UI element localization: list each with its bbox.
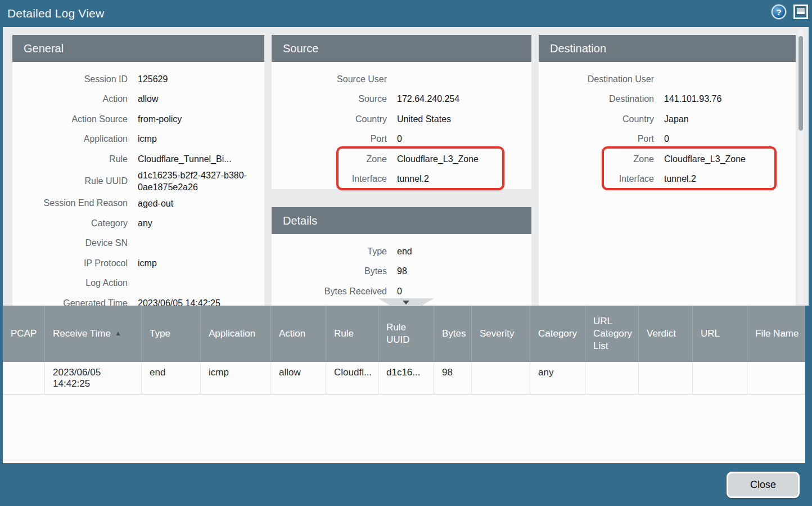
details-panel-header: Details <box>272 207 531 234</box>
cell-rule: Cloudfl... <box>326 362 378 394</box>
column-header-action[interactable]: Action <box>271 306 326 362</box>
field-row-port: Port0 <box>272 129 531 150</box>
field-value: Japan <box>664 113 689 126</box>
log-detail-section: General Session ID125629ActionallowActio… <box>3 27 809 306</box>
destination-panel-body: Destination UserDestination141.101.93.76… <box>539 62 796 306</box>
field-value: 141.101.93.76 <box>664 93 721 105</box>
field-value: Cloudflare_Tunnel_Bi... <box>138 153 232 165</box>
source-panel-title: Source <box>283 42 318 55</box>
cell-category: any <box>530 362 585 394</box>
field-row-rule-uuid: Rule UUIDd1c16235-b2f2-4327-b380-0ae1875… <box>12 169 264 194</box>
field-row-interface: Interfacetunnel.2 <box>272 169 531 190</box>
field-value: icmp <box>138 133 157 145</box>
column-label: Type <box>150 328 170 340</box>
column-header-verdict[interactable]: Verdict <box>639 306 693 362</box>
field-row-type: Typeend <box>272 241 531 262</box>
field-label: Bytes <box>272 266 387 276</box>
log-table-row[interactable]: 2023/06/05 14:42:25endicmpallowCloudfl..… <box>3 362 805 395</box>
field-label: Port <box>539 134 654 144</box>
cell-pcap <box>3 362 45 394</box>
column-header-file-name[interactable]: File Name <box>747 306 805 362</box>
column-label: Rule UUID <box>386 321 429 346</box>
field-label: Log Action <box>12 278 128 288</box>
cell-url-category-list <box>585 362 639 394</box>
general-panel-title: General <box>24 42 64 55</box>
field-label: Type <box>272 247 387 257</box>
field-label: Session ID <box>12 74 128 84</box>
field-row-category: Categoryany <box>12 213 264 234</box>
field-label: Destination <box>539 94 654 104</box>
field-value: d1c16235-b2f2-4327-b380-0ae1875e2a26 <box>138 169 258 194</box>
field-row-generated-time: Generated Time2023/06/05 14:42:25 <box>12 293 264 306</box>
field-value: Cloudflare_L3_Zone <box>664 153 746 165</box>
column-header-rule[interactable]: Rule <box>326 306 378 362</box>
window-restore-inner <box>797 8 805 14</box>
column-header-type[interactable]: Type <box>142 306 201 362</box>
source-panel-header: Source <box>272 35 531 62</box>
column-header-rule-uuid[interactable]: Rule UUID <box>378 306 434 362</box>
column-label: Severity <box>480 328 514 340</box>
cell-verdict <box>639 362 693 394</box>
field-value: 98 <box>397 265 407 277</box>
field-row-session-end-reason: Session End Reasonaged-out <box>12 194 264 214</box>
field-value: United States <box>397 113 451 126</box>
window-restore-icon[interactable] <box>793 5 808 19</box>
cell-file-name <box>747 362 805 394</box>
field-label: IP Protocol <box>12 258 128 268</box>
column-header-receive-time[interactable]: Receive Time▲ <box>45 306 142 362</box>
field-value: tunnel.2 <box>397 173 429 185</box>
field-row-session-id: Session ID125629 <box>12 69 264 89</box>
field-label: Source <box>272 94 387 104</box>
column-label: Receive Time <box>53 328 111 340</box>
details-panel: Details TypeendBytes98Bytes Received0 <box>272 207 531 306</box>
column-header-severity[interactable]: Severity <box>472 306 530 362</box>
field-value: Cloudflare_L3_Zone <box>397 153 479 165</box>
field-value: 0 <box>397 285 402 298</box>
field-label: Country <box>272 114 387 124</box>
close-button[interactable]: Close <box>727 472 800 498</box>
destination-panel-title: Destination <box>550 42 606 55</box>
field-value: end <box>397 245 412 258</box>
dialog-titlebar: Detailed Log View <box>0 0 812 27</box>
field-row-action: Actionallow <box>12 89 264 110</box>
field-value: any <box>138 217 152 230</box>
field-label: Rule UUID <box>12 176 128 186</box>
field-label: Port <box>272 134 387 144</box>
source-panel-body: Source UserSource172.64.240.254CountryUn… <box>272 62 531 189</box>
column-label: Bytes <box>442 328 466 340</box>
column-header-pcap[interactable]: PCAP <box>3 306 45 362</box>
column-header-application[interactable]: Application <box>201 306 271 362</box>
field-label: Destination User <box>539 74 654 84</box>
column-label: Verdict <box>647 328 676 340</box>
field-label: Rule <box>12 154 128 164</box>
field-row-device-sn: Device SN <box>12 234 264 254</box>
field-value: tunnel.2 <box>664 173 696 185</box>
log-table-body: 2023/06/05 14:42:25endicmpallowCloudfl..… <box>3 362 805 395</box>
field-row-action-source: Action Sourcefrom-policy <box>12 109 264 129</box>
column-header-url-category-list[interactable]: URL Category List <box>585 306 639 362</box>
general-panel-header: General <box>12 35 264 62</box>
help-icon[interactable]: ? <box>772 5 786 19</box>
field-label: Interface <box>539 174 654 184</box>
field-row-interface: Interfacetunnel.2 <box>539 169 796 190</box>
scrollbar-thumb[interactable] <box>799 36 803 131</box>
field-row-rule: RuleCloudflare_Tunnel_Bi... <box>12 149 264 169</box>
field-row-source: Source172.64.240.254 <box>272 89 531 110</box>
column-header-category[interactable]: Category <box>530 306 585 362</box>
destination-panel-header: Destination <box>539 35 796 62</box>
column-header-bytes[interactable]: Bytes <box>434 306 472 362</box>
field-label: Category <box>12 218 128 229</box>
field-label: Country <box>539 114 654 124</box>
cell-bytes: 98 <box>434 362 472 394</box>
cell-url <box>693 362 747 394</box>
column-header-url[interactable]: URL <box>693 306 747 362</box>
field-row-country: CountryJapan <box>539 109 796 129</box>
column-label: PCAP <box>11 328 37 340</box>
field-label: Session End Reason <box>12 198 128 208</box>
field-value: aged-out <box>138 198 173 210</box>
vertical-scrollbar[interactable] <box>798 28 804 305</box>
log-table: PCAPReceive Time▲TypeApplicationActionRu… <box>3 306 805 463</box>
field-value: 2023/06/05 14:42:25 <box>138 297 220 306</box>
field-value: from-policy <box>138 113 182 126</box>
field-row-application: Applicationicmp <box>12 129 264 150</box>
